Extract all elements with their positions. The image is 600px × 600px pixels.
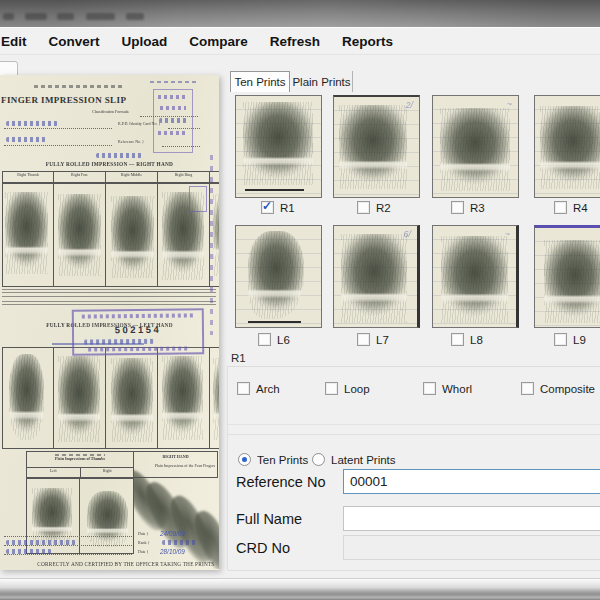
checkbox-box[interactable]: [521, 382, 534, 395]
checkbox-box[interactable]: [451, 333, 464, 346]
checkbox-box[interactable]: [554, 201, 567, 214]
section-right-hand: FULLY ROLLED IMPRESSION — RIGHT HAND: [0, 161, 219, 170]
fingerprint-thumb-l6[interactable]: [235, 225, 322, 328]
radio-latent-prints[interactable]: Latent Prints: [312, 452, 396, 467]
radio-button[interactable]: [238, 453, 251, 466]
checkbox-l8[interactable]: L8: [451, 332, 483, 347]
pattern-group-title: R1: [231, 352, 246, 364]
checkbox-box[interactable]: [237, 382, 250, 395]
margin-scribble: [150, 81, 198, 83]
sinhala-header-script: [34, 85, 122, 88]
fingerprint-thumb-r4[interactable]: ?: [534, 95, 600, 198]
checkbox-box[interactable]: [357, 333, 370, 346]
signature-block: Date } 24/09/09 Rank } Date } 28/10/09 C…: [0, 530, 219, 570]
checkbox-box[interactable]: [325, 382, 338, 395]
handwritten-date-1: 24/09/09: [160, 530, 185, 537]
background-menu-blob: [86, 13, 115, 20]
app-window: Edit Convert Upload Compare Refresh Repo…: [0, 0, 600, 600]
full-name-input[interactable]: [343, 506, 600, 531]
radio-ten-prints[interactable]: Ten Prints: [238, 452, 308, 467]
radio-button[interactable]: [312, 453, 325, 466]
plain-thumbs-header: Plain Impressions of Thumbs Left Right: [26, 451, 134, 478]
fingerprint-thumb-r2[interactable]: 2/: [333, 95, 420, 198]
fingerprint-thumb-l9[interactable]: [534, 225, 600, 328]
finger-impression-slip-scan[interactable]: FINGER IMPRESSION SLIP Classification Fo…: [0, 75, 219, 570]
checkbox-l6[interactable]: L6: [258, 332, 290, 347]
menu-item-convert[interactable]: Convert: [38, 29, 111, 54]
left-hand-print-row: [2, 347, 219, 449]
checkbox-l9[interactable]: L9: [554, 332, 586, 347]
checkbox-box[interactable]: [554, 333, 567, 346]
checkbox-r1[interactable]: R1: [261, 200, 295, 215]
fingerprint-thumb-r1[interactable]: [235, 95, 322, 198]
checkbox-r2[interactable]: R2: [357, 200, 391, 215]
identity-card-label: R.P.D. Identity Card No. }: [118, 121, 160, 126]
classification-label: Classification Formula: [92, 109, 129, 114]
certified-line: CORRECTLY AND CERTIFIED BY THE OFFICER T…: [37, 561, 182, 567]
menu-item-reports[interactable]: Reports: [331, 29, 404, 54]
tab-plain-prints[interactable]: Plain Prints: [291, 71, 353, 92]
stamp-number: 502154: [115, 324, 162, 335]
background-menu-blob: [57, 13, 74, 20]
background-menu-blob: [25, 13, 47, 20]
checkbox-box[interactable]: [258, 333, 271, 346]
checkbox-box[interactable]: [451, 201, 464, 214]
checkbox-r4[interactable]: R4: [554, 200, 588, 215]
background-menu-blob: [3, 13, 14, 20]
checkbox-box[interactable]: [423, 382, 436, 395]
reference-no-label: Reference No. }: [118, 139, 144, 144]
menu-item-edit[interactable]: Edit: [0, 29, 38, 54]
fingerprint-thumb-r3[interactable]: ~: [432, 95, 519, 198]
handwritten-date-2: 28/10/09: [160, 548, 185, 555]
checkbox-whorl[interactable]: Whorl: [423, 381, 472, 396]
instruction-text: [2, 301, 216, 308]
menu-bar: Edit Convert Upload Compare Refresh Repo…: [0, 27, 600, 55]
document-title: FINGER IMPRESSION SLIP: [1, 95, 126, 105]
checkbox-r3[interactable]: R3: [451, 200, 485, 215]
menu-item-upload[interactable]: Upload: [111, 29, 179, 54]
checkbox-composite[interactable]: Composite: [521, 381, 595, 396]
reference-no-input[interactable]: [343, 469, 600, 494]
checkbox-l7[interactable]: L7: [357, 332, 389, 347]
reference-no-field-label: Reference No: [236, 474, 325, 490]
menu-row: Edit Convert Upload Compare Refresh Repo…: [0, 29, 404, 54]
menu-item-compare[interactable]: Compare: [178, 29, 259, 54]
checkbox-box[interactable]: [261, 201, 274, 214]
menu-item-refresh[interactable]: Refresh: [259, 29, 331, 54]
fingerprint-thumb-l8[interactable]: ~: [432, 225, 519, 328]
checkbox-loop[interactable]: Loop: [325, 381, 370, 396]
full-name-field-label: Full Name: [236, 511, 302, 527]
crd-rubber-stamp: 502154: [72, 308, 204, 355]
background-window-titlebar: [0, 0, 600, 27]
fingerprint-thumb-l7[interactable]: 6/: [333, 225, 420, 328]
right-hand-print-row: [2, 183, 219, 287]
crd-no-input: [343, 535, 600, 560]
checkbox-arch[interactable]: Arch: [237, 381, 280, 396]
crd-no-field-label: CRD No: [236, 540, 290, 556]
right-hand-column-headers: Right Thumb Right Fore Right Middle Righ…: [2, 171, 219, 183]
instruction-text: [2, 289, 216, 299]
checkbox-box[interactable]: [357, 201, 370, 214]
tab-ten-prints[interactable]: Ten Prints: [230, 71, 290, 92]
background-menu-blob: [126, 13, 144, 20]
status-strip: [0, 578, 600, 600]
